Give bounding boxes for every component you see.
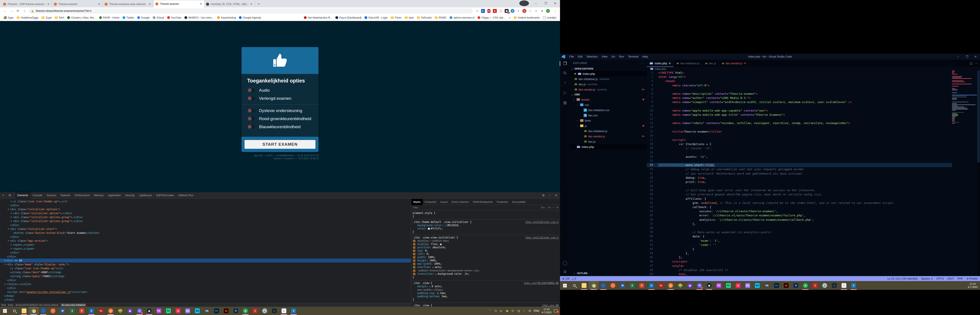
search-activity-icon[interactable]: 🔍︎ <box>563 71 567 76</box>
taskbar-icon-steam[interactable]: ◉ <box>704 281 714 290</box>
code-line[interactable]: 46 </script> <box>647 259 952 264</box>
code-line[interactable]: 48 /* Disables iOS overscroll */ <box>647 268 952 272</box>
dom-tree-row[interactable]: ▼<div class="initializer-start"> <box>0 227 411 231</box>
code-line[interactable]: 28 <box>647 184 952 188</box>
code-line[interactable]: 3 <head> <box>647 79 952 83</box>
bookmark-item[interactable]: Andere bookmarks <box>512 16 541 19</box>
devtools-tab-editthiscookie[interactable]: EditThisCookie <box>154 192 176 199</box>
expand-arrow-icon[interactable]: ▶ <box>4 282 6 286</box>
minimize-button[interactable]: – <box>531 2 541 5</box>
taskbar-icon-start[interactable] <box>0 307 10 315</box>
ext-bird[interactable]: ● <box>546 9 550 13</box>
toggle-switch[interactable] <box>247 108 256 113</box>
taskbar-icon-outlook[interactable]: O <box>647 281 656 290</box>
play-tray-icon[interactable]: ▶ <box>500 309 503 312</box>
taskbar-icon-hs[interactable]: HS <box>762 281 772 290</box>
code-line[interactable]: 12 <box>647 117 952 121</box>
taskbar-clock[interactable]: 17:474-7-2021 <box>968 282 978 289</box>
css-property[interactable]: ✓position: absolute; <box>412 246 559 249</box>
bookmark-item[interactable]: iCloud <box>151 16 165 19</box>
taskbar-icon-outlook[interactable]: O <box>87 307 96 315</box>
explorer-activity-icon[interactable]: ❐ <box>560 61 570 66</box>
taskbar-icon-phpstorm[interactable]: PS <box>154 307 164 315</box>
code-line[interactable]: 18 var ItecOptions = { <box>647 142 952 146</box>
taskbar-icon-search[interactable] <box>10 307 19 315</box>
css-property[interactable]: max-width: 727px; <box>412 288 559 291</box>
code-line[interactable]: 36 analytics: '//itheorie.nl/auto/theori… <box>647 218 952 222</box>
stylesheet-link[interactable]: itec-initializer.css:1 <box>525 236 559 239</box>
property-checkbox[interactable]: ✓ <box>413 250 415 252</box>
property-checkbox[interactable]: ✓ <box>413 253 415 255</box>
dom-breadcrumb-item[interactable]: div.view.view-initializer <box>60 304 86 307</box>
bookmark-item[interactable]: Apps <box>2 16 15 19</box>
code-line[interactable]: 35 error: '//itheorie.nl/auto/theorie-ex… <box>647 213 952 218</box>
expand-arrow-icon[interactable]: ▼ <box>7 207 10 211</box>
profile-avatar[interactable]: ▾ <box>519 0 529 6</box>
code-line[interactable]: 32 gtm: undefined, // This is a local se… <box>647 201 952 205</box>
taskbar-icon-github[interactable]: ◍ <box>685 281 695 290</box>
editor-tab[interactable]: phpindex.php✕ <box>647 60 674 67</box>
taskbar-icon-powerpoint[interactable]: P <box>637 281 647 290</box>
tab-close-icon[interactable]: ✕ <box>148 2 151 6</box>
bookmark-item[interactable]: VodafoneZiggo <box>15 16 40 19</box>
devtools-tab-memory[interactable]: Memory <box>92 192 106 199</box>
menu-selection[interactable]: Selection <box>584 55 600 58</box>
forward-icon[interactable]: → <box>9 8 14 14</box>
styles-tab-computed[interactable]: Computed <box>423 199 438 205</box>
dom-tree-row[interactable]: </div> <box>0 235 411 239</box>
taskbar-icon-terminal[interactable]: ≈ <box>829 281 839 290</box>
toggle-switch[interactable] <box>247 116 256 121</box>
toggle-switch[interactable] <box>247 96 256 101</box>
taskbar-icon-explorer[interactable] <box>579 281 589 290</box>
code-line[interactable]: 5 <box>647 88 952 92</box>
bookmark-item[interactable]: Google <box>135 16 151 19</box>
code-line[interactable]: 6 <meta name="description" content="Theo… <box>647 92 952 96</box>
taskbar-icon-quicktime[interactable]: ▲ <box>260 307 269 315</box>
code-line[interactable]: 30 // Kan uiteraard gewoon dezelfde pagi… <box>647 192 952 196</box>
taskbar-icon-media[interactable]: ● <box>598 281 608 290</box>
file-tree-item[interactable]: JSitec-vendor.js9+ <box>570 134 647 139</box>
editor-tab[interactable]: JSitec-initializer.js <box>674 60 702 67</box>
bookmark-item[interactable]: Zuyd <box>40 16 53 19</box>
css-property[interactable]: ✓transition: ▶ background-color .2s; <box>412 272 559 276</box>
devtools-close-icon[interactable]: ✕ <box>555 194 557 197</box>
status-item[interactable]: UTF-8 <box>936 277 944 280</box>
taskbar-icon-firefox[interactable]: ◗ <box>608 281 618 290</box>
taskbar-icon-powerpoint[interactable]: P <box>77 307 87 315</box>
vscode-restore-button[interactable]: ❐ <box>963 54 971 60</box>
taskbar-icon-intellij[interactable]: IJ <box>733 281 743 290</box>
css-property[interactable]: ✓display: flex; ▦ <box>412 243 559 246</box>
bookmark-item[interactable]: KaasHosting <box>215 16 237 19</box>
dom-tree-row[interactable]: <button class="button button-block">Star… <box>0 231 411 235</box>
taskbar-icon-discord[interactable]: ᗣ2 <box>135 307 144 315</box>
code-line[interactable]: 27 print: true, <box>647 180 952 184</box>
code-line[interactable]: 26 debug: true, <box>647 176 952 180</box>
menu-view[interactable]: View <box>600 55 609 58</box>
dom-tree-row[interactable]: </div> == $0 <box>0 259 411 262</box>
browser-tab[interactable]: iTheorie - CBR theorie-examen le✕ <box>1 1 52 8</box>
explorer-actions-icon[interactable]: ⋯ <box>641 62 644 65</box>
bookmark-star-icon[interactable]: ☆ <box>475 9 479 13</box>
code-line[interactable]: 33 callback: { <box>647 205 952 209</box>
new-tab-button[interactable]: + <box>256 1 262 7</box>
property-checkbox[interactable]: ✓ <box>413 266 415 269</box>
close-button[interactable]: ✕ <box>550 2 560 5</box>
open-editor-item[interactable]: JSitec.jsassets\js <box>570 81 647 87</box>
taskbar-icon-intellij[interactable]: IJ <box>173 307 183 315</box>
notification-icon[interactable]: 4 <box>554 309 558 312</box>
tab-close-icon[interactable]: ✕ <box>199 2 202 6</box>
bookmark-item[interactable]: Het Nederlandse R... <box>302 16 334 19</box>
expand-arrow-icon[interactable]: ▶ <box>10 243 13 247</box>
toggle-switch[interactable] <box>247 124 256 129</box>
taskbar-icon-vscode[interactable]: V <box>289 307 298 315</box>
code-line[interactable]: 47 <style> <box>647 264 952 268</box>
css-property[interactable]: ✓top: 0; <box>412 249 559 253</box>
taskbar-icon-pycharm[interactable]: PC <box>164 307 173 315</box>
open-editor-item[interactable]: JSitec-initializer.jsassets\js <box>570 76 647 81</box>
home-icon[interactable]: ⌂ <box>22 8 27 14</box>
editor-scrollbar[interactable] <box>977 71 980 276</box>
expand-arrow-icon[interactable]: ▶ <box>10 247 13 251</box>
expand-arrow-icon[interactable]: ▶ <box>10 215 13 219</box>
code-line[interactable]: 13 <meta name="robots" content="noindex,… <box>647 121 952 125</box>
toggle-switch[interactable] <box>247 88 256 93</box>
